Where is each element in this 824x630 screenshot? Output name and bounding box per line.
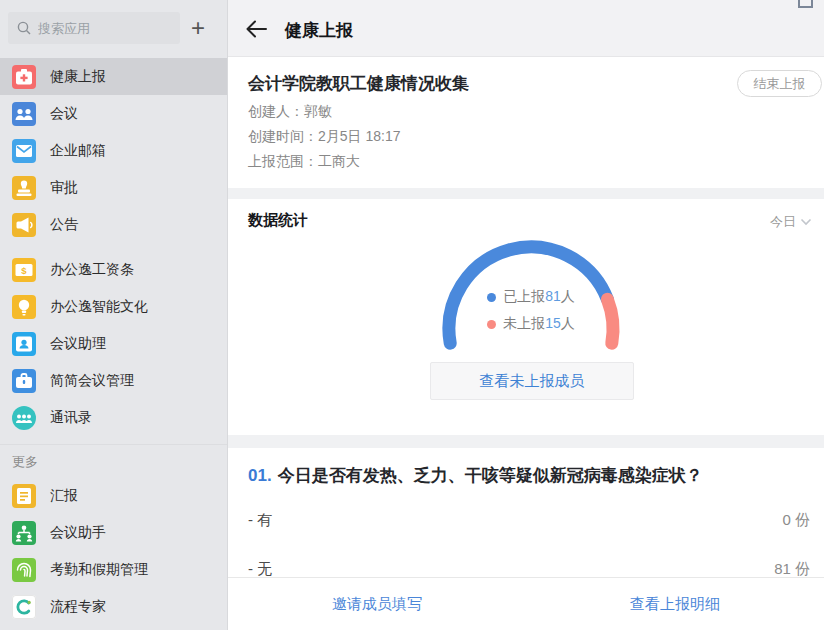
sidebar-item-org-people[interactable]: 会议助手 (0, 514, 227, 551)
sidebar-group: $办公逸工资条办公逸智能文化会议助理简简会议管理通讯录 (0, 251, 227, 436)
main-header: 健康上报 (228, 0, 824, 57)
app-sidebar: + 健康上报会议企业邮箱审批公告$办公逸工资条办公逸智能文化会议助理简简会议管理… (0, 0, 228, 630)
option-label: - 有 (248, 511, 272, 530)
sidebar-item-label: 流程专家 (50, 598, 106, 616)
sidebar-item-megaphone[interactable]: 公告 (0, 206, 227, 243)
sidebar-item-label: 通讯录 (50, 409, 92, 427)
legend-text: 已上报81人 (503, 288, 575, 306)
invite-members-button[interactable]: 邀请成员填写 (332, 595, 422, 614)
search-icon (16, 20, 32, 36)
org-people-icon (12, 521, 36, 545)
sidebar-item-contacts[interactable]: 通讯录 (0, 399, 227, 436)
briefcase-icon (12, 369, 36, 393)
bulb-icon (12, 295, 36, 319)
contacts-icon (12, 406, 36, 430)
sidebar-item-stamp[interactable]: 审批 (0, 169, 227, 206)
main-panel: 健康上报 会计学院教职工健康情况收集 结束上报 创建人：郭敏创建时间：2月5日 … (228, 0, 824, 630)
sidebar-item-letter-c[interactable]: 流程专家 (0, 588, 227, 625)
page-title: 健康上报 (285, 19, 353, 42)
fingerprint-icon (12, 558, 36, 582)
idcard-icon (12, 332, 36, 356)
sidebar-item-label: 简简会议管理 (50, 372, 134, 390)
report-meta-line: 创建人：郭敏 (248, 99, 401, 124)
option-count: 0 份 (782, 511, 810, 530)
mail-icon (12, 139, 36, 163)
sidebar-item-bulb[interactable]: 办公逸智能文化 (0, 288, 227, 325)
legend-item: 未上报15人 (487, 315, 575, 333)
date-range-dropdown[interactable]: 今日 (770, 213, 812, 231)
app-window: + 健康上报会议企业邮箱审批公告$办公逸工资条办公逸智能文化会议助理简简会议管理… (0, 0, 824, 630)
window-panel-icon[interactable] (798, 0, 813, 8)
sidebar-item-briefcase[interactable]: 简简会议管理 (0, 362, 227, 399)
section-divider (228, 435, 824, 448)
svg-text:$: $ (21, 264, 27, 275)
stats-section-title: 数据统计 (248, 211, 308, 230)
sidebar-item-label: 公告 (50, 216, 78, 234)
report-title: 会计学院教职工健康情况收集 (248, 72, 469, 95)
view-report-detail-button[interactable]: 查看上报明细 (630, 595, 720, 614)
sidebar-item-meeting-people[interactable]: 会议 (0, 95, 227, 132)
report-meta-line: 创建时间：2月5日 18:17 (248, 124, 401, 149)
sidebar-item-label: 会议 (50, 105, 78, 123)
sidebar-item-medkit[interactable]: 健康上报 (0, 58, 227, 95)
sidebar-item-label: 企业邮箱 (50, 142, 106, 160)
sidebar-item-report-doc[interactable]: 汇报 (0, 477, 227, 514)
sidebar-item-label: 办公逸工资条 (50, 261, 134, 279)
legend-text: 未上报15人 (503, 315, 575, 333)
sidebar-item-label: 审批 (50, 179, 78, 197)
search-box (8, 12, 180, 44)
gauge-legend: 已上报81人未上报15人 (419, 288, 643, 333)
sidebar-item-label: 会议助理 (50, 335, 106, 353)
letter-c-icon (12, 595, 36, 619)
question-number: 01. (248, 466, 272, 485)
report-meta-line: 上报范围：工商大 (248, 149, 401, 174)
sidebar-search-row: + (0, 0, 227, 44)
sidebar-item-label: 健康上报 (50, 68, 106, 86)
bottom-action-bar: 邀请成员填写 查看上报明细 (228, 577, 824, 630)
sidebar-item-label: 考勤和假期管理 (50, 561, 148, 579)
date-range-label: 今日 (770, 213, 796, 231)
meeting-people-icon (12, 102, 36, 126)
legend-dot-icon (487, 320, 496, 329)
end-report-button[interactable]: 结束上报 (737, 70, 822, 97)
medkit-icon (12, 65, 36, 89)
sidebar-nav: 健康上报会议企业邮箱审批公告$办公逸工资条办公逸智能文化会议助理简简会议管理通讯… (0, 58, 227, 630)
stamp-icon (12, 176, 36, 200)
sidebar-item-idcard[interactable]: 会议助理 (0, 325, 227, 362)
search-input[interactable] (8, 12, 180, 44)
sidebar-group: 健康上报会议企业邮箱审批公告 (0, 58, 227, 243)
megaphone-icon (12, 213, 36, 237)
legend-dot-icon (487, 293, 496, 302)
section-divider (228, 188, 824, 199)
sidebar-item-fingerprint[interactable]: 考勤和假期管理 (0, 551, 227, 588)
legend-item: 已上报81人 (487, 288, 575, 306)
sidebar-group: 更多汇报会议助手考勤和假期管理流程专家年会 (0, 444, 227, 630)
sidebar-item-mail[interactable]: 企业邮箱 (0, 132, 227, 169)
sidebar-item-label: 办公逸智能文化 (50, 298, 148, 316)
view-unreported-button[interactable]: 查看未上报成员 (430, 362, 634, 400)
sidebar-item-payslip[interactable]: $办公逸工资条 (0, 251, 227, 288)
option-row: - 有0 份 (248, 511, 810, 530)
back-icon[interactable] (242, 16, 270, 42)
question-title: 01.今日是否有发热、乏力、干咳等疑似新冠病毒感染症状？ (248, 464, 808, 488)
add-app-button[interactable]: + (180, 12, 216, 44)
report-doc-icon (12, 484, 36, 508)
sidebar-item-label: 汇报 (50, 487, 78, 505)
sidebar-item-stage[interactable]: 年会 (0, 625, 227, 630)
question-text: 今日是否有发热、乏力、干咳等疑似新冠病毒感染症状？ (278, 466, 703, 485)
payslip-icon: $ (12, 258, 36, 282)
report-meta: 创建人：郭敏创建时间：2月5日 18:17上报范围：工商大 (248, 99, 401, 174)
sidebar-item-label: 会议助手 (50, 524, 106, 542)
chevron-down-icon (800, 218, 812, 226)
sidebar-more-label: 更多 (0, 444, 227, 477)
